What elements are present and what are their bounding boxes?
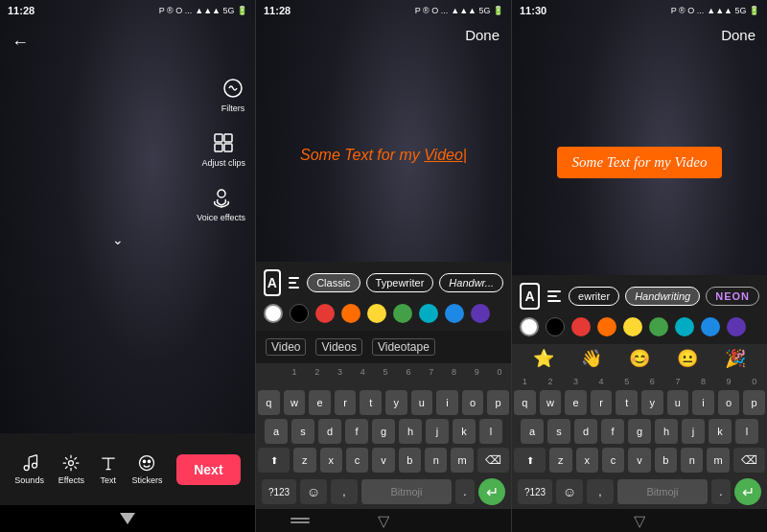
key-j-3[interactable]: j xyxy=(682,419,705,444)
emoji-key-2[interactable]: ☺ xyxy=(300,479,327,504)
key-w-2[interactable]: w xyxy=(284,390,306,415)
color-black-2[interactable] xyxy=(290,304,309,323)
emoji-smile[interactable]: 😊 xyxy=(629,348,650,369)
key-h-3[interactable]: h xyxy=(655,419,678,444)
key-t-3[interactable]: t xyxy=(616,390,638,415)
key-d-3[interactable]: d xyxy=(574,419,597,444)
video-text-3[interactable]: Some Text for my Video xyxy=(557,147,723,178)
stickers-tool[interactable]: Stickers xyxy=(131,453,162,485)
style-chip-ewriter[interactable]: ewriter xyxy=(569,287,619,306)
adjust-clips-tool[interactable]: Adjust clips xyxy=(201,130,245,168)
delete-key-2[interactable]: ⌫ xyxy=(477,448,509,473)
key-v-3[interactable]: v xyxy=(628,448,650,473)
next-button[interactable]: Next xyxy=(176,454,240,485)
key-f-3[interactable]: f xyxy=(601,419,624,444)
color-purple-3[interactable] xyxy=(727,317,746,336)
color-black-3[interactable] xyxy=(546,317,565,336)
comma-key-3[interactable]: , xyxy=(587,479,614,504)
key-s-2[interactable]: s xyxy=(291,419,314,444)
key-r-3[interactable]: r xyxy=(591,390,613,415)
back-button[interactable]: ← xyxy=(0,29,255,57)
color-white-3[interactable] xyxy=(520,317,539,336)
style-chip-neon[interactable]: NEON xyxy=(706,287,759,306)
key-e-2[interactable]: e xyxy=(309,390,331,415)
key-l-3[interactable]: l xyxy=(735,419,758,444)
style-chip-typewriter[interactable]: Typewriter xyxy=(366,273,434,292)
key-n-3[interactable]: n xyxy=(681,448,703,473)
expand-chevron[interactable]: ⌄ xyxy=(0,232,236,247)
key-k-3[interactable]: k xyxy=(709,419,732,444)
key-l-2[interactable]: l xyxy=(479,419,502,444)
sounds-tool[interactable]: Sounds xyxy=(14,453,44,485)
key-p-2[interactable]: p xyxy=(487,390,509,415)
effects-tool[interactable]: Effects xyxy=(58,453,84,485)
suggestion-videos[interactable]: Videos xyxy=(315,338,361,356)
key-x-2[interactable]: x xyxy=(320,448,342,473)
delete-key-3[interactable]: ⌫ xyxy=(733,448,765,473)
key-q-3[interactable]: q xyxy=(514,390,536,415)
key-z-2[interactable]: z xyxy=(293,448,315,473)
key-o-2[interactable]: o xyxy=(462,390,484,415)
key-g-3[interactable]: g xyxy=(628,419,651,444)
key-x-3[interactable]: x xyxy=(576,448,598,473)
key-c-3[interactable]: c xyxy=(602,448,624,473)
key-t-2[interactable]: t xyxy=(360,390,382,415)
emoji-star[interactable]: ⭐ xyxy=(533,348,554,369)
key-b-3[interactable]: b xyxy=(655,448,677,473)
key-s-3[interactable]: s xyxy=(547,419,570,444)
key-w-3[interactable]: w xyxy=(540,390,562,415)
color-green-2[interactable] xyxy=(393,304,412,323)
key-a-2[interactable]: a xyxy=(265,419,288,444)
emoji-neutral[interactable]: 😐 xyxy=(677,348,698,369)
key-r-2[interactable]: r xyxy=(335,390,357,415)
key-m-2[interactable]: m xyxy=(451,448,473,473)
key-d-2[interactable]: d xyxy=(318,419,341,444)
done-button-3[interactable]: Done xyxy=(721,27,755,43)
color-teal-3[interactable] xyxy=(675,317,694,336)
style-chip-handwriting[interactable]: Handwriting xyxy=(625,287,700,306)
video-text-2[interactable]: Some Text for my Video| xyxy=(300,147,467,164)
emoji-party[interactable]: 🎉 xyxy=(725,348,746,369)
emoji-wave[interactable]: 👋 xyxy=(581,348,602,369)
voice-effects-tool[interactable]: Voice effects xyxy=(197,185,245,222)
text-format-icon-2[interactable]: A xyxy=(264,269,281,296)
key-u-3[interactable]: u xyxy=(667,390,689,415)
key-j-2[interactable]: j xyxy=(426,419,449,444)
color-orange-2[interactable] xyxy=(341,304,360,323)
key-i-2[interactable]: i xyxy=(436,390,458,415)
key-123-3[interactable]: ?123 xyxy=(518,479,552,504)
style-chip-classic[interactable]: Classic xyxy=(307,273,360,292)
key-e-3[interactable]: e xyxy=(565,390,587,415)
shift-key-3[interactable]: ⬆ xyxy=(514,448,546,473)
text-format-icon-3[interactable]: A xyxy=(520,283,540,310)
align-icon-2[interactable] xyxy=(287,271,301,294)
key-z-3[interactable]: z xyxy=(549,448,571,473)
key-m-3[interactable]: m xyxy=(707,448,729,473)
style-chip-handwriting-2[interactable]: Handwr... xyxy=(439,273,503,292)
key-g-2[interactable]: g xyxy=(372,419,395,444)
color-white-2[interactable] xyxy=(264,304,283,323)
key-v-2[interactable]: v xyxy=(372,448,394,473)
key-k-2[interactable]: k xyxy=(453,419,476,444)
enter-key-2[interactable]: ↵ xyxy=(478,478,505,505)
comma-key-2[interactable]: , xyxy=(331,479,358,504)
color-orange-3[interactable] xyxy=(597,317,616,336)
suggestion-video[interactable]: Video xyxy=(266,338,306,356)
space-key-2[interactable]: Bitmoji xyxy=(361,479,452,504)
key-h-2[interactable]: h xyxy=(399,419,422,444)
emoji-key-3[interactable]: ☺ xyxy=(556,479,583,504)
enter-key-3[interactable]: ↵ xyxy=(734,478,761,505)
space-key-3[interactable]: Bitmoji xyxy=(617,479,708,504)
key-c-2[interactable]: c xyxy=(346,448,368,473)
color-blue-3[interactable] xyxy=(701,317,720,336)
key-y-2[interactable]: y xyxy=(385,390,407,415)
color-yellow-3[interactable] xyxy=(623,317,642,336)
shift-key-2[interactable]: ⬆ xyxy=(258,448,290,473)
filters-tool[interactable]: Filters xyxy=(221,76,245,113)
color-yellow-2[interactable] xyxy=(367,304,386,323)
color-red-3[interactable] xyxy=(571,317,591,336)
key-b-2[interactable]: b xyxy=(399,448,421,473)
period-key-2[interactable]: . xyxy=(455,479,475,504)
align-icon-3[interactable] xyxy=(546,285,563,308)
key-u-2[interactable]: u xyxy=(411,390,433,415)
